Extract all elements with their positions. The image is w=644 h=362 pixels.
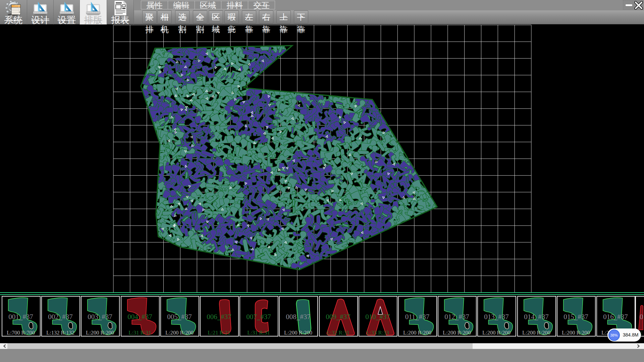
svg-text:L:32 R:31: L:32 R:31 xyxy=(327,329,349,336)
svg-text:L:200 R:200: L:200 R:200 xyxy=(165,329,194,336)
svg-text:L:200 R:200: L:200 R:200 xyxy=(482,329,511,336)
svg-text:007_#37: 007_#37 xyxy=(246,313,271,321)
svg-text:0: 0 xyxy=(640,313,643,321)
svg-text:016_#37: 016_#37 xyxy=(603,313,628,321)
svg-text:013_#37: 013_#37 xyxy=(484,313,509,321)
svg-text:L:200 R:200: L:200 R:200 xyxy=(443,329,471,336)
svg-text:L:700 R:700: L:700 R:700 xyxy=(7,329,35,336)
svg-text:L:132 R:132: L:132 R:132 xyxy=(46,329,74,336)
svg-text:005_#37: 005_#37 xyxy=(167,313,192,321)
svg-text:012_#37: 012_#37 xyxy=(444,313,469,321)
svg-text:015_#37: 015_#37 xyxy=(564,313,588,321)
svg-text:006_#37: 006_#37 xyxy=(207,313,231,321)
svg-text:001_#37: 001_#37 xyxy=(8,313,33,321)
svg-text:L:21 R:21: L:21 R:21 xyxy=(208,329,230,336)
svg-text:009_#37: 009_#37 xyxy=(326,313,351,321)
svg-text:014_#37: 014_#37 xyxy=(524,313,549,321)
svg-text:L:200 R:200: L:200 R:200 xyxy=(403,329,431,336)
svg-text:003_#37: 003_#37 xyxy=(88,313,112,321)
svg-text:L:31 R:31: L:31 R:31 xyxy=(128,329,151,336)
svg-text:L:31 R:31: L:31 R:31 xyxy=(247,329,270,336)
svg-text:L:200 R:200: L:200 R:200 xyxy=(562,329,590,336)
svg-text:008_#37: 008_#37 xyxy=(286,313,311,321)
svg-text:010_#37: 010_#37 xyxy=(365,313,390,321)
svg-text:L:200 R:200: L:200 R:200 xyxy=(522,329,550,336)
svg-text:L:33 R:33: L:33 R:33 xyxy=(366,329,389,336)
svg-text:L:200 R:200: L:200 R:200 xyxy=(86,329,114,336)
svg-text:L:200 R:200: L:200 R:200 xyxy=(284,329,312,336)
svg-text:002_#37: 002_#37 xyxy=(48,313,73,321)
svg-text:011_#37: 011_#37 xyxy=(405,313,430,321)
svg-text:004_#37: 004_#37 xyxy=(127,313,152,321)
